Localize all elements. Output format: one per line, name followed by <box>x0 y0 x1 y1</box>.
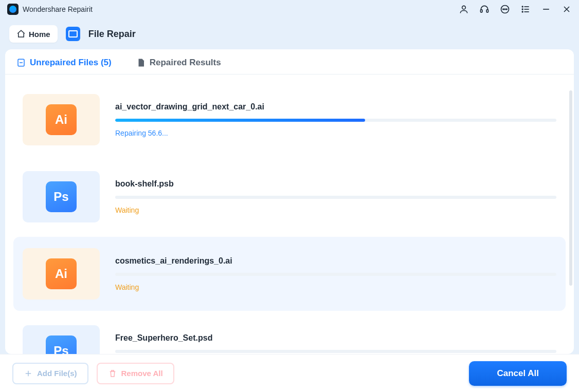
svg-point-6 <box>506 9 508 10</box>
main-panel: Unrepaired Files (5) Repaired Results Ai… <box>5 49 574 354</box>
tab-unrepaired[interactable]: Unrepaired Files (5) <box>16 58 112 68</box>
tabs: Unrepaired Files (5) Repaired Results <box>5 49 574 74</box>
remove-all-button[interactable]: Remove All <box>97 363 174 384</box>
ps-file-icon: Ps <box>46 335 77 354</box>
svg-point-0 <box>462 6 466 9</box>
ai-file-icon: Ai <box>46 104 77 135</box>
footer: Add File(s) Remove All Cancel All <box>0 354 579 392</box>
svg-point-11 <box>522 11 523 12</box>
add-files-label: Add File(s) <box>37 369 77 378</box>
minimize-icon[interactable] <box>541 4 551 14</box>
file-body: Free_Superhero_Set.psdWaiting <box>115 333 556 354</box>
svg-point-4 <box>503 9 504 10</box>
file-name: Free_Superhero_Set.psd <box>115 333 556 343</box>
file-thumb: Ps <box>23 325 100 354</box>
file-row[interactable]: Aiai_vector_drawing_grid_next_car_0.aiRe… <box>13 83 566 157</box>
file-name: cosmetics_ai_renderings_0.ai <box>115 256 556 266</box>
file-row[interactable]: Psbook-shelf.psbWaiting <box>13 160 566 234</box>
file-row[interactable]: PsFree_Superhero_Set.psdWaiting <box>13 314 566 354</box>
titlebar-right <box>459 4 572 14</box>
svg-point-9 <box>522 9 523 10</box>
file-list[interactable]: Aiai_vector_drawing_grid_next_car_0.aiRe… <box>5 74 574 354</box>
toolbar: Home File Repair <box>0 18 579 49</box>
cancel-all-label: Cancel All <box>497 368 539 378</box>
close-icon[interactable] <box>562 4 572 14</box>
home-icon <box>16 29 26 39</box>
app-title: Wondershare Repairit <box>23 5 93 13</box>
file-status: Repairing 56.6... <box>115 129 556 137</box>
plus-icon <box>24 369 33 378</box>
ps-file-icon: Ps <box>46 181 77 212</box>
file-body: book-shelf.psbWaiting <box>115 179 556 214</box>
titlebar-left: Wondershare Repairit <box>7 4 93 15</box>
svg-rect-2 <box>486 10 488 12</box>
tab-unrepaired-label: Unrepaired Files (5) <box>30 58 112 68</box>
file-status: Waiting <box>115 206 556 214</box>
remove-all-label: Remove All <box>121 369 163 378</box>
user-icon[interactable] <box>459 4 469 14</box>
document-icon <box>16 58 26 67</box>
svg-point-5 <box>504 9 505 10</box>
file-row[interactable]: Aicosmetics_ai_renderings_0.aiWaiting <box>13 237 566 311</box>
document-icon <box>136 58 146 67</box>
progress-bar <box>115 350 556 353</box>
progress-bar <box>115 196 556 199</box>
file-repair-icon <box>66 27 80 41</box>
scrollbar[interactable] <box>569 90 572 286</box>
progress-bar <box>115 119 556 122</box>
file-thumb: Ps <box>23 171 100 222</box>
file-name: ai_vector_drawing_grid_next_car_0.ai <box>115 102 556 111</box>
add-files-button[interactable]: Add File(s) <box>12 363 88 384</box>
ai-file-icon: Ai <box>46 258 77 289</box>
svg-point-7 <box>522 6 523 7</box>
file-status: Waiting <box>115 283 556 291</box>
file-body: ai_vector_drawing_grid_next_car_0.aiRepa… <box>115 102 556 137</box>
home-button[interactable]: Home <box>9 25 58 43</box>
file-name: book-shelf.psb <box>115 179 556 189</box>
progress-bar <box>115 273 556 276</box>
footer-left: Add File(s) Remove All <box>12 363 174 384</box>
tab-repaired[interactable]: Repaired Results <box>136 58 221 68</box>
file-thumb: Ai <box>23 248 100 300</box>
headset-icon[interactable] <box>479 4 490 14</box>
home-button-label: Home <box>29 30 50 39</box>
trash-icon <box>108 369 117 378</box>
cancel-all-button[interactable]: Cancel All <box>469 361 567 386</box>
file-thumb: Ai <box>23 94 100 145</box>
progress-fill <box>115 119 365 122</box>
chat-icon[interactable] <box>500 4 510 14</box>
titlebar: Wondershare Repairit <box>0 0 579 18</box>
file-body: cosmetics_ai_renderings_0.aiWaiting <box>115 256 556 291</box>
svg-rect-1 <box>481 10 482 12</box>
app-logo-icon <box>7 4 19 15</box>
module-title: File Repair <box>88 29 136 40</box>
menu-list-icon[interactable] <box>520 4 531 14</box>
tab-repaired-label: Repaired Results <box>150 58 221 68</box>
